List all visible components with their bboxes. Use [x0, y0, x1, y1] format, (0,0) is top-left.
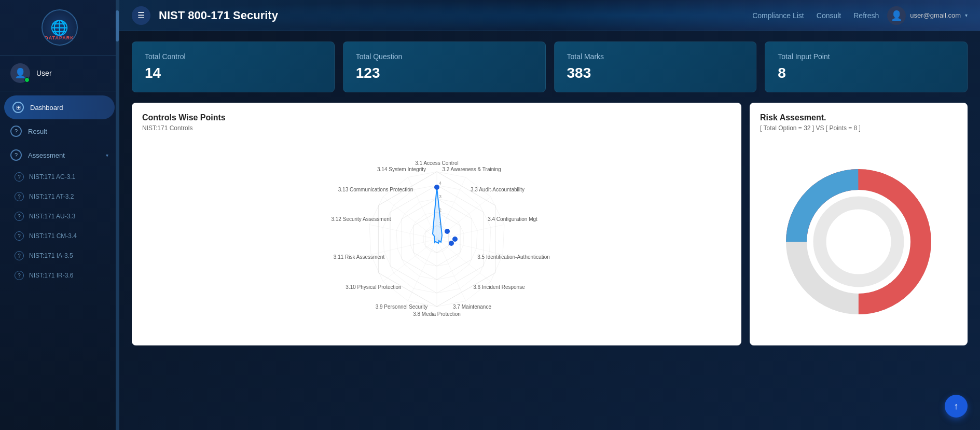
donut-chart-svg [770, 154, 947, 320]
svg-text:3.2 Awareness & Training: 3.2 Awareness & Training [442, 167, 501, 172]
header-username: user@gmail.com [910, 11, 961, 19]
sub-icon: ? [15, 271, 24, 280]
risk-chart-subtitle: [ Total Option = 32 ] VS [ Points = 8 ] [760, 124, 957, 132]
svg-text:3: 3 [439, 194, 441, 199]
stat-label: Total Control [145, 52, 322, 61]
svg-line-11 [437, 239, 466, 301]
sidebar-item-label: Result [28, 128, 108, 135]
svg-text:3.3 Audit-Accountability: 3.3 Audit-Accountability [471, 187, 524, 192]
sidebar-item-assessment[interactable]: ? Assessment ▾ [0, 143, 119, 167]
header-avatar: 👤 [887, 6, 906, 25]
assessment-icon: ? [10, 149, 22, 161]
sub-icon: ? [15, 212, 24, 221]
menu-button[interactable]: ☰ [132, 6, 150, 25]
svg-text:4: 4 [439, 181, 441, 186]
svg-line-16 [369, 225, 437, 239]
online-indicator [24, 77, 30, 82]
stat-card-marks: Total Marks 383 [554, 41, 757, 92]
sidebar-sub-label: NIST:171 AU-3.3 [29, 213, 75, 220]
consult-link[interactable]: Consult [817, 11, 841, 20]
chevron-down-icon: ▾ [106, 152, 108, 158]
risk-chart-title: Risk Assesment. [760, 113, 957, 122]
sub-icon: ? [15, 251, 24, 260]
sidebar-logo: DATAPARK [0, 0, 119, 56]
page-title: NIST 800-171 Security [159, 9, 744, 22]
stat-card-question: Total Question 123 [343, 41, 546, 92]
stat-label: Total Input Point [778, 52, 955, 61]
stat-label: Total Question [356, 52, 533, 61]
compliance-list-link[interactable]: Compliance List [752, 11, 804, 20]
header-nav: Compliance List Consult Refresh [752, 11, 879, 20]
svg-text:3.6 Incident Response: 3.6 Incident Response [473, 284, 525, 290]
svg-text:2: 2 [439, 207, 441, 213]
sidebar: DATAPARK 👤 User ⊞ Dashboard ? Result ? A… [0, 0, 119, 430]
stat-label: Total Marks [567, 52, 744, 61]
sidebar-item-ac31[interactable]: ? NIST:171 AC-3.1 [0, 167, 119, 187]
sidebar-item-au33[interactable]: ? NIST:171 AU-3.3 [0, 206, 119, 226]
sidebar-sub-label: NIST:171 IR-3.6 [29, 272, 73, 279]
radar-chart-svg: 3.1 Access Control 3.2 Awareness & Train… [292, 138, 582, 335]
svg-text:1: 1 [439, 221, 441, 226]
svg-point-28 [449, 241, 454, 246]
svg-line-13 [408, 239, 437, 301]
sub-icon: ? [15, 172, 24, 182]
scroll-top-button[interactable]: ↑ [945, 395, 968, 418]
sidebar-username: User [36, 69, 52, 77]
svg-text:3.9 Personnel Security: 3.9 Personnel Security [375, 304, 427, 310]
donut-chart-container [760, 138, 957, 335]
svg-text:3.5 Identification-Authenticat: 3.5 Identification-Authentication [477, 254, 550, 260]
svg-text:3.7 Maintenance: 3.7 Maintenance [453, 304, 491, 310]
chevron-down-icon: ▾ [965, 12, 968, 18]
result-icon: ? [10, 126, 22, 137]
sub-icon: ? [15, 192, 24, 201]
logo-icon: DATAPARK [42, 9, 78, 46]
sidebar-sub-label: NIST:171 AC-3.1 [29, 173, 75, 181]
svg-point-26 [445, 229, 450, 234]
sidebar-user: 👤 User [0, 56, 119, 91]
charts-row: Controls Wise Points NIST:171 Controls [132, 103, 968, 345]
scrollbar-thumb [116, 10, 119, 41]
sidebar-item-label: Assessment [28, 151, 100, 159]
svg-point-50 [820, 203, 898, 281]
sidebar-nav: ⊞ Dashboard ? Result ? Assessment ▾ ? NI… [0, 91, 119, 430]
stat-card-control: Total Control 14 [132, 41, 335, 92]
main-area: ☰ NIST 800-171 Security Compliance List … [119, 0, 980, 430]
svg-text:3.4 Configuration Mgt: 3.4 Configuration Mgt [488, 216, 537, 222]
sidebar-item-at32[interactable]: ? NIST:171 AT-3.2 [0, 187, 119, 206]
sidebar-item-ir36[interactable]: ? NIST:171 IR-3.6 [0, 266, 119, 285]
user-menu[interactable]: 👤 user@gmail.com ▾ [887, 6, 968, 25]
main-content: Total Control 14 Total Question 123 Tota… [119, 31, 980, 430]
stat-value: 123 [356, 65, 533, 81]
stat-value: 14 [145, 65, 322, 81]
header: ☰ NIST 800-171 Security Compliance List … [119, 0, 980, 31]
svg-text:3.12 Security Assessment: 3.12 Security Assessment [331, 216, 391, 222]
sidebar-item-dashboard[interactable]: ⊞ Dashboard [4, 95, 115, 119]
sidebar-item-result[interactable]: ? Result [0, 119, 119, 143]
scrollbar[interactable] [116, 0, 119, 430]
svg-text:3.10 Physical Protection: 3.10 Physical Protection [346, 284, 401, 290]
avatar: 👤 [10, 63, 30, 83]
radar-chart-container: 3.1 Access Control 3.2 Awareness & Train… [142, 138, 731, 335]
svg-point-27 [452, 237, 458, 242]
sidebar-item-ia35[interactable]: ? NIST:171 IA-3.5 [0, 246, 119, 266]
controls-chart-subtitle: NIST:171 Controls [142, 124, 731, 132]
risk-chart-card: Risk Assesment. [ Total Option = 32 ] VS… [750, 103, 968, 345]
sidebar-item-cm34[interactable]: ? NIST:171 CM-3.4 [0, 226, 119, 246]
stat-card-input: Total Input Point 8 [765, 41, 968, 92]
svg-text:3.14 System Integrity: 3.14 System Integrity [377, 167, 426, 172]
controls-chart-title: Controls Wise Points [142, 113, 731, 122]
refresh-link[interactable]: Refresh [853, 11, 879, 20]
controls-chart-card: Controls Wise Points NIST:171 Controls [132, 103, 741, 345]
svg-text:3.8 Media Protection: 3.8 Media Protection [413, 311, 461, 317]
arrow-up-icon: ↑ [954, 401, 959, 412]
dashboard-icon: ⊞ [12, 102, 24, 113]
stat-value: 8 [778, 65, 955, 81]
sidebar-sub-label: NIST:171 CM-3.4 [29, 232, 77, 240]
sidebar-sub-label: NIST:171 AT-3.2 [29, 193, 74, 200]
svg-text:3.1 Access Control: 3.1 Access Control [415, 160, 458, 166]
svg-text:3.11 Risk Assessment: 3.11 Risk Assessment [333, 254, 384, 260]
stat-value: 383 [567, 65, 744, 81]
svg-text:3.13 Communications Protection: 3.13 Communications Protection [338, 187, 413, 192]
sub-icon: ? [15, 231, 24, 241]
sidebar-item-label: Dashboard [30, 104, 106, 112]
